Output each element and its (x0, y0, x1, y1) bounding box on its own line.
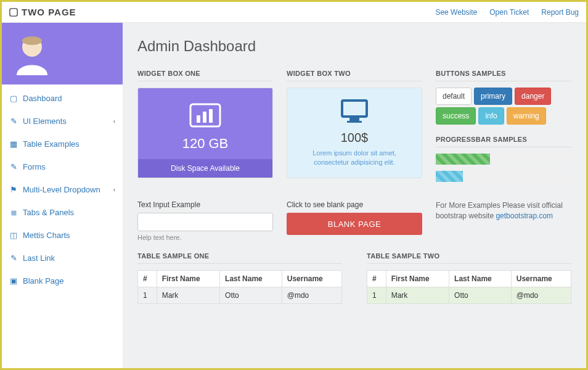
button-row: default primary danger success info warn… (436, 88, 571, 125)
top-links: See Website Open Ticket Report Bug (435, 8, 579, 17)
brand-square-icon (9, 8, 18, 17)
blank-page-label: Click to see blank page (287, 200, 422, 209)
edit-icon: ✎ (9, 253, 18, 263)
link-open-ticket[interactable]: Open Ticket (489, 8, 529, 17)
link-report-bug[interactable]: Report Bug (541, 8, 579, 17)
sidebar: ▢Dashboard ✎UI Elements‹ ▦Table Examples… (2, 23, 123, 368)
progress-head: PROGRESSBAR SAMPLES (436, 136, 571, 147)
td: @mdo (511, 287, 571, 304)
btn-warning[interactable]: warning (507, 107, 546, 125)
examples-note: For More Examples Please visit official … (436, 200, 571, 221)
buttons-head: BUTTONS SAMPLES (436, 70, 571, 81)
progress-bar-1 (436, 154, 571, 165)
table-one-wrap: TABLE SAMPLE ONE # First Name Last Name … (137, 252, 342, 304)
progress-fill-2 (436, 171, 463, 182)
td: Otto (449, 287, 512, 304)
svg-rect-7 (342, 101, 367, 117)
blank-page-col: Click to see blank page BLANK PAGE (287, 200, 422, 241)
widget-one-caption: Disk Space Available (138, 159, 272, 178)
table-row: 1 Mark Otto @mdo (138, 287, 342, 304)
td: 1 (138, 287, 157, 304)
td: Mark (157, 287, 219, 304)
page-title: Admin Dashboard (137, 38, 571, 55)
table-two: # First Name Last Name Username 1 Mark O… (367, 270, 571, 304)
table-one-head: TABLE SAMPLE ONE (137, 252, 342, 264)
chevron-left-icon: ‹ (113, 118, 115, 125)
svg-rect-6 (209, 109, 213, 123)
svg-rect-8 (349, 118, 359, 121)
svg-point-2 (22, 36, 42, 45)
td: @mdo (282, 287, 341, 304)
link-see-website[interactable]: See Website (435, 8, 477, 17)
table-one: # First Name Last Name Username 1 Mark O… (137, 270, 342, 304)
th: Last Name (220, 271, 282, 287)
nav-label: Forms (23, 162, 46, 171)
widget-two-desc: Lorem ipsum dolor sit amet, consectetur … (297, 149, 412, 168)
nav-label: Mettis Charts (23, 231, 70, 240)
nav-mettis-charts[interactable]: ◫Mettis Charts (2, 224, 123, 247)
btn-primary[interactable]: primary (474, 88, 512, 105)
nav-forms[interactable]: ✎Forms (2, 155, 123, 178)
widget-one-col: WIDGET BOX ONE 120 GB Disk Space Availab… (137, 70, 273, 188)
main-content: Admin Dashboard WIDGET BOX ONE 120 GB Di… (123, 23, 586, 368)
nav-ui-elements[interactable]: ✎UI Elements‹ (2, 110, 123, 133)
nav-label: Blank Page (23, 276, 64, 286)
buttons-col: BUTTONS SAMPLES default primary danger s… (436, 70, 571, 188)
nav-label: UI Elements (23, 117, 67, 126)
nav-tabs-panels[interactable]: ≣Tabs & Panels (2, 201, 123, 224)
btn-danger[interactable]: danger (515, 88, 551, 105)
nav-table-examples[interactable]: ▦Table Examples (2, 133, 123, 155)
nav-last-link[interactable]: ✎Last Link (2, 247, 123, 269)
edit-icon: ✎ (9, 162, 18, 171)
monitor-icon (297, 97, 412, 131)
nav-label: Multi-Level Dropdown (23, 185, 100, 194)
td: Otto (220, 287, 282, 304)
brand-text: TWO PAGE (22, 7, 76, 17)
chart-icon: ◫ (9, 231, 18, 240)
svg-rect-5 (203, 112, 206, 123)
nav-dashboard[interactable]: ▢Dashboard (2, 87, 123, 110)
nav-list: ▢Dashboard ✎UI Elements‹ ▦Table Examples… (2, 84, 123, 292)
btn-success[interactable]: success (436, 107, 476, 125)
nav-label: Dashboard (23, 94, 62, 103)
note-col: For More Examples Please visit official … (436, 200, 571, 241)
th: # (138, 271, 157, 287)
edit-icon: ✎ (9, 117, 18, 126)
bar-chart-icon (144, 98, 266, 136)
avatar-icon (10, 32, 54, 75)
nav-label: Tabs & Panels (23, 208, 74, 217)
nav-label: Last Link (23, 253, 55, 263)
nav-label: Table Examples (23, 139, 80, 149)
text-input[interactable] (137, 213, 273, 231)
sitemap-icon: ⚑ (9, 185, 18, 194)
th: Username (511, 271, 571, 287)
text-input-label: Text Input Example (137, 200, 273, 209)
text-input-col: Text Input Example Help text here. (137, 200, 273, 241)
widget-box-one: 120 GB Disk Space Available (137, 88, 273, 178)
chevron-left-icon: ‹ (113, 186, 115, 193)
btn-info[interactable]: info (478, 107, 504, 125)
btn-default[interactable]: default (436, 88, 472, 105)
widget-two-head: WIDGET BOX TWO (287, 70, 422, 81)
progress-bar-2 (436, 171, 571, 182)
nav-blank-page[interactable]: ▣Blank Page (2, 269, 123, 292)
widget-two-value: 100$ (297, 131, 412, 149)
brand[interactable]: TWO PAGE (9, 7, 76, 17)
widget-one-value: 120 GB (144, 136, 266, 159)
progress-fill-1 (436, 154, 490, 165)
table-two-head: TABLE SAMPLE TWO (367, 252, 571, 264)
table-icon: ▦ (9, 139, 18, 149)
widget-two-col: WIDGET BOX TWO 100$ Lorem ipsum dolor si… (287, 70, 422, 188)
note-link[interactable]: getbootstrap.com (496, 212, 553, 220)
nav-multi-level[interactable]: ⚑Multi-Level Dropdown‹ (2, 178, 123, 201)
topbar: TWO PAGE See Website Open Ticket Report … (2, 2, 586, 23)
blank-page-button[interactable]: BLANK PAGE (287, 213, 422, 235)
text-input-help: Help text here. (137, 234, 273, 241)
svg-rect-9 (347, 121, 362, 123)
td: Mark (386, 287, 449, 304)
avatar-panel (2, 23, 123, 84)
th: # (367, 271, 386, 287)
desktop-icon: ▢ (9, 94, 18, 103)
th: Last Name (449, 271, 512, 287)
table-two-wrap: TABLE SAMPLE TWO # First Name Last Name … (367, 252, 571, 304)
